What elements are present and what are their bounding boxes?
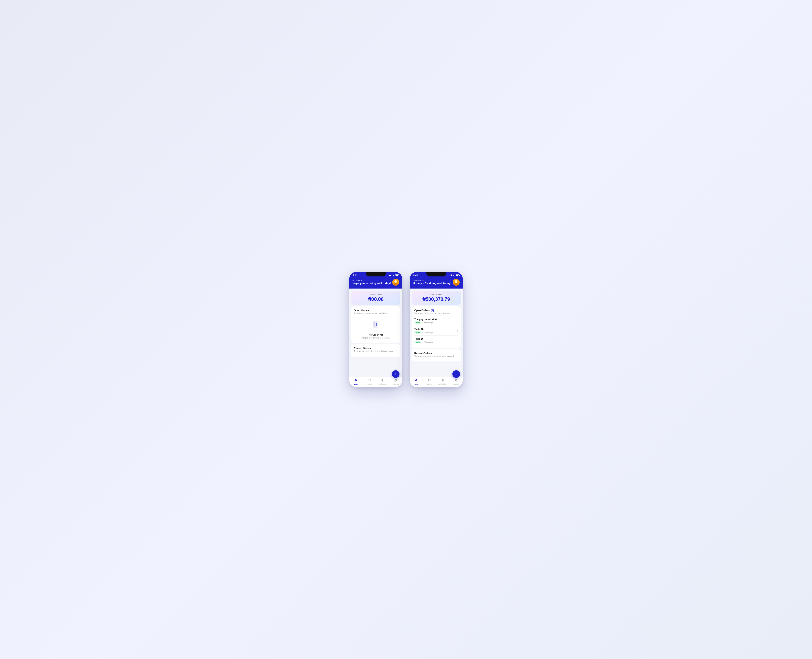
nav-tickets-label-2: Tickets [427, 383, 432, 385]
open-orders-subtitle-2: These are orders that are yet to be proc… [414, 312, 458, 314]
open-orders-section-2: Open Orders (3) These are orders that ar… [412, 306, 461, 348]
order-meta-1: Open 2 hours ago [414, 331, 433, 334]
wifi-icon-2: ▲ [453, 274, 455, 276]
fab-icon-1: + [395, 372, 397, 377]
content-1: Today's Sales ₦00.00 Open Orders These a… [349, 289, 402, 377]
status-time-2: 9:41 [413, 274, 418, 277]
avatar-svg-1 [392, 279, 399, 285]
order-item-0[interactable]: The guy on red shirt Open 2 hours ago › [414, 316, 458, 326]
svg-rect-5 [376, 323, 377, 326]
greeting-2: Hi Taofeeqah! [413, 279, 451, 282]
chevron-icon-1: › [457, 330, 458, 332]
empty-title-1: No Order Yet [369, 333, 383, 336]
bell-icon-2 [441, 378, 445, 383]
avatar-svg-2 [453, 279, 460, 285]
nav-home-label-1: Home [353, 383, 358, 385]
avatar-2 [453, 279, 460, 285]
order-item-1[interactable]: Table 16 Open 2 hours ago › [414, 326, 458, 336]
gear-icon-1 [394, 378, 397, 383]
svg-point-1 [394, 280, 397, 283]
status-badge-0: Open [414, 322, 421, 324]
fab-1[interactable]: + [392, 370, 399, 378]
fab-icon-2: + [455, 372, 457, 377]
nav-settings-label-2: Settings [453, 383, 459, 385]
gear-icon-2 [454, 378, 458, 383]
headline-2: Hope you're doing well today! [413, 282, 451, 285]
sales-card-1: Today's Sales ₦00.00 [351, 291, 400, 305]
nav-home-1[interactable]: Home [349, 378, 363, 385]
recent-orders-subtitle-1: These are created orders that are being … [354, 350, 398, 352]
empty-icon-1 [369, 319, 382, 332]
status-badge-1: Open [414, 331, 421, 334]
headline-1: Hope you're doing well today! [352, 282, 391, 285]
fab-2[interactable]: + [453, 370, 460, 378]
order-name-1: Table 16 [414, 328, 433, 330]
bottom-nav-2: Home Tickets Notifications Settings [410, 377, 463, 387]
ticket-icon-1 [367, 378, 371, 383]
order-name-2: Table 16 [414, 337, 433, 340]
sales-amount-1: ₦00.00 [354, 296, 397, 302]
ticket-icon-2 [428, 378, 431, 383]
order-meta-0: Open 2 hours ago [414, 322, 437, 324]
notch [366, 272, 386, 276]
sales-label-1: Today's Sales [354, 293, 397, 295]
recent-orders-subtitle-2: These are created orders that are being … [414, 355, 458, 357]
status-icons-2: ▲ [449, 274, 459, 276]
order-item-2[interactable]: Table 16 Open 2 hours ago › [414, 336, 458, 345]
recent-orders-section-2: Recent Orders These are created orders t… [412, 349, 461, 361]
phone-2: 9:41 ▲ Hi Taofeeqah! Hope you're doing w… [410, 272, 463, 387]
nav-settings-label-1: Settings [393, 383, 399, 385]
battery-icon-1 [395, 274, 399, 276]
order-time-0: 2 hours ago [424, 322, 433, 324]
nav-tickets-1[interactable]: Tickets [363, 378, 376, 385]
recent-orders-title-2: Recent Orders [414, 352, 458, 355]
chevron-icon-2: › [457, 339, 458, 342]
dot-0 [422, 322, 423, 323]
nav-tickets-2[interactable]: Tickets [423, 378, 436, 385]
home-icon-2 [415, 378, 418, 383]
nav-settings-2[interactable]: Settings [449, 378, 463, 385]
open-orders-title-2: Open Orders (3) [414, 309, 458, 312]
avatar-1 [392, 279, 399, 285]
signal-icon-1 [388, 274, 391, 276]
nav-notifications-label-2: Notifications [438, 383, 447, 385]
empty-sub-1: All open tickets would appear here. [362, 337, 390, 339]
content-2: Today's Sales ₦500,370.79 Open Orders (3… [410, 289, 463, 377]
status-time-1: 9:41 [353, 274, 358, 277]
order-time-2: 2 hours ago [424, 341, 433, 343]
svg-point-7 [455, 280, 457, 283]
nav-notifications-label-1: Notifications [378, 383, 387, 385]
bell-icon-1 [381, 378, 384, 383]
chevron-icon-0: › [457, 320, 458, 322]
phone-1: 9:41 ▲ Hi Taofeeqah! Hope you're doing w… [349, 272, 402, 387]
header-1: Hi Taofeeqah! Hope you're doing well tod… [349, 278, 402, 289]
open-orders-count-2: (3) [431, 309, 434, 312]
sales-card-2: Today's Sales ₦500,370.79 [412, 291, 461, 305]
header-text-1: Hi Taofeeqah! Hope you're doing well tod… [352, 279, 391, 285]
signal-icon-2 [449, 274, 452, 276]
nav-tickets-label-1: Tickets [367, 383, 372, 385]
home-icon-1 [354, 378, 358, 383]
battery-icon-2 [456, 274, 459, 276]
recent-orders-section-1: Recent Orders These are created orders t… [351, 344, 400, 356]
svg-rect-3 [373, 321, 377, 328]
order-name-0: The guy on red shirt [414, 318, 437, 321]
status-icons-1: ▲ [388, 274, 399, 276]
open-orders-subtitle-1: These are orders that are not created ye… [354, 312, 398, 314]
greeting-1: Hi Taofeeqah! [352, 279, 391, 282]
nav-home-2[interactable]: Home [410, 378, 423, 385]
nav-notifications-1[interactable]: Notifications [376, 378, 389, 385]
status-badge-2: Open [414, 341, 421, 344]
phones-container: 9:41 ▲ Hi Taofeeqah! Hope you're doing w… [349, 272, 463, 387]
bottom-nav-1: Home Tickets Notifications Settings [349, 377, 402, 387]
recent-orders-title-1: Recent Orders [354, 347, 398, 350]
dot-2 [422, 342, 423, 342]
nav-notifications-2[interactable]: Notifications [436, 378, 450, 385]
notch-2 [426, 272, 446, 276]
open-orders-title-1: Open Orders [354, 309, 398, 312]
svg-rect-4 [374, 322, 375, 326]
empty-state-1: No Order Yet All open tickets would appe… [354, 316, 398, 341]
sales-amount-2: ₦500,370.79 [415, 296, 458, 302]
nav-home-label-2: Home [414, 383, 418, 385]
nav-settings-1[interactable]: Settings [389, 378, 402, 385]
